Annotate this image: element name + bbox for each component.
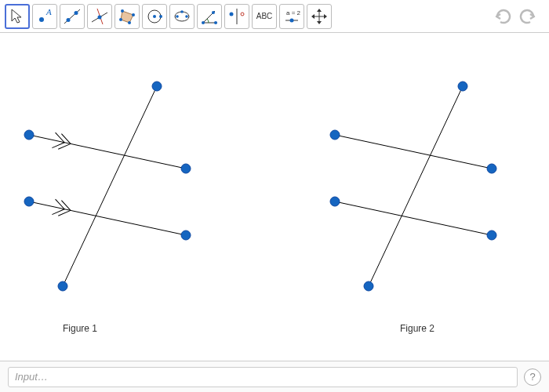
svg-point-0 — [39, 17, 44, 22]
svg-point-14 — [159, 15, 162, 18]
svg-point-3 — [67, 18, 71, 22]
input-bar: ? — [0, 361, 549, 392]
line-tool[interactable] — [60, 4, 85, 29]
figure-2-label: Figure 2 — [400, 323, 434, 334]
geometry-point[interactable] — [487, 230, 496, 240]
geometry-point[interactable] — [458, 82, 467, 91]
geometry-point[interactable] — [330, 197, 340, 206]
move-tool[interactable] — [5, 4, 30, 29]
svg-point-10 — [128, 21, 131, 24]
text-tool[interactable]: ABC — [252, 4, 277, 29]
command-input[interactable] — [8, 367, 518, 387]
svg-point-11 — [119, 18, 122, 21]
svg-point-16 — [176, 15, 179, 18]
circle-point-tool[interactable] — [142, 4, 167, 29]
undo-redo-group — [491, 5, 540, 28]
geometry-line[interactable] — [29, 135, 186, 169]
text-tool-label: ABC — [256, 12, 273, 20]
geometry-point[interactable] — [364, 281, 373, 291]
geometry-point[interactable] — [330, 130, 340, 140]
ellipse-tool[interactable] — [169, 4, 195, 29]
svg-point-9 — [132, 13, 135, 16]
svg-point-27 — [290, 18, 294, 22]
svg-point-19 — [202, 21, 205, 24]
geometry-point[interactable] — [24, 197, 34, 206]
svg-point-4 — [75, 11, 78, 15]
figure-1-label: Figure 1 — [63, 323, 97, 334]
geometry-point[interactable] — [487, 164, 496, 173]
geometry-line[interactable] — [335, 135, 492, 169]
help-button[interactable]: ? — [524, 368, 541, 386]
point-tool[interactable]: A — [32, 4, 57, 29]
geometry-line[interactable] — [63, 86, 157, 286]
slider-tool[interactable]: a = 2 — [279, 4, 304, 29]
geometry-point[interactable] — [181, 230, 191, 240]
angle-tool[interactable] — [197, 4, 222, 29]
svg-point-7 — [98, 15, 102, 19]
geometry-line[interactable] — [29, 201, 186, 235]
svg-text:A: A — [45, 7, 52, 16]
svg-text:a = 2: a = 2 — [286, 9, 301, 16]
geometry-point[interactable] — [24, 130, 34, 140]
move-view-tool[interactable] — [307, 4, 332, 29]
geometry-line[interactable] — [335, 201, 492, 235]
svg-line-2 — [64, 9, 80, 24]
geometry-point[interactable] — [58, 281, 67, 291]
svg-point-24 — [241, 13, 244, 16]
perpendicular-tool[interactable] — [87, 4, 112, 29]
reflect-tool[interactable] — [224, 4, 249, 29]
undo-button[interactable] — [491, 5, 514, 28]
svg-point-8 — [121, 9, 124, 13]
redo-button[interactable] — [516, 5, 540, 28]
svg-point-20 — [212, 11, 215, 14]
svg-point-23 — [230, 12, 234, 16]
svg-point-18 — [180, 10, 184, 13]
geometry-canvas[interactable]: Figure 1 Figure 2 — [0, 33, 549, 361]
svg-point-13 — [153, 15, 156, 18]
svg-point-21 — [214, 21, 217, 24]
toolbar: A ABC a = 2 — [0, 0, 549, 33]
geometry-point[interactable] — [181, 164, 191, 173]
svg-point-17 — [185, 15, 188, 18]
polygon-tool[interactable] — [115, 4, 140, 29]
geometry-point[interactable] — [152, 82, 162, 91]
geometry-line[interactable] — [369, 86, 463, 286]
